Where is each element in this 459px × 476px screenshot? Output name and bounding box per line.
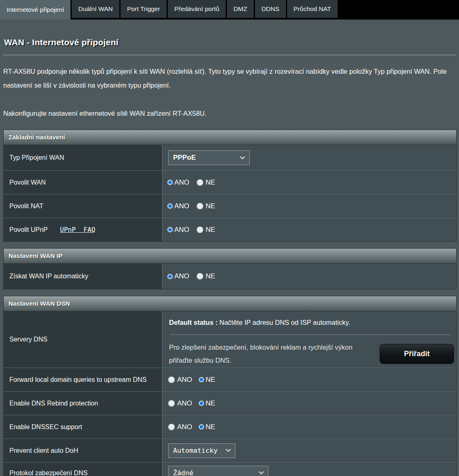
dns-privacy-select[interactable]: Žádné	[168, 466, 268, 476]
table-row: Servery DNS Default status : Načtěte IP …	[4, 311, 456, 368]
dns-cell-divider	[169, 335, 450, 335]
table-row: Získat WAN IP automaticky ANO NE	[4, 264, 456, 289]
enable-nat-radio-group: ANO NE	[168, 202, 222, 210]
dns-privacy-label: Protokol zabezpečení DNS	[4, 463, 163, 476]
enable-upnp-radio-group: ANO NE	[168, 226, 222, 234]
auto-wan-ip-radio-group: ANO NE	[168, 272, 222, 280]
enable-wan-yes-radio[interactable]	[168, 181, 172, 184]
dns-assign-hint-line1: Pro zlepšení zabezpečení, blokování rekl…	[169, 341, 380, 354]
wan-tab-bar: Internetové připojení Duální WAN Port Tr…	[0, 0, 459, 20]
auto-wan-ip-yes-radio[interactable]	[168, 275, 172, 278]
auto-wan-ip-no-radio[interactable]	[197, 273, 203, 280]
dns-default-status-prefix: Default status :	[169, 319, 217, 326]
table-row: Typ Připojení WAN PPPoE	[4, 145, 456, 170]
forward-local-dns-radio-group: ANO NE	[168, 376, 222, 384]
title-divider	[3, 55, 457, 55]
forward-local-dns-yes-radio[interactable]	[168, 377, 175, 383]
assign-dns-button[interactable]: Přiřadit	[380, 344, 454, 364]
dnssec-yes-radio[interactable]	[168, 424, 175, 430]
basic-settings-table: Základní nastavení Typ Připojení WAN PPP…	[3, 130, 457, 242]
table-row: Povolit UPnP UPnP FAQ ANO NE	[4, 218, 456, 241]
tab-internet-connection[interactable]: Internetové připojení	[0, 0, 70, 20]
radio-yes-label: ANO	[177, 376, 192, 384]
radio-yes-label: ANO	[174, 272, 189, 280]
tab-port-trigger[interactable]: Port Trigger	[121, 0, 167, 18]
doh-label: Prevent client auto DoH	[4, 439, 163, 462]
wan-ip-settings-table: Nastavení WAN IP Získat WAN IP automatic…	[3, 248, 457, 289]
radio-yes-label: ANO	[174, 226, 189, 234]
description-paragraph-2: Nakonfigurujte nastavení ethernetové sít…	[3, 106, 457, 120]
table-row: Protokol zabezpečení DNS Žádné	[4, 462, 456, 476]
enable-nat-yes-radio[interactable]	[168, 204, 172, 208]
radio-no-label: NE	[206, 202, 215, 210]
table-row: Enable DNSSEC support ANO NE	[4, 415, 456, 439]
table-row: Forward local domain queries to upstream…	[4, 368, 456, 391]
wan-ip-settings-header: Nastavení WAN IP	[4, 249, 456, 264]
dns-servers-label: Servery DNS	[4, 311, 163, 368]
basic-settings-header: Základní nastavení	[4, 130, 456, 145]
radio-yes-label: ANO	[177, 423, 192, 431]
radio-yes-label: ANO	[174, 178, 189, 187]
radio-no-label: NE	[206, 399, 215, 408]
doh-selected-value: Automaticky	[173, 447, 217, 454]
radio-no-label: NE	[206, 178, 215, 187]
description-paragraph-1: RT-AX58U podporuje několik typů připojen…	[3, 64, 457, 92]
dns-rebind-yes-radio[interactable]	[168, 400, 175, 407]
radio-no-label: NE	[206, 376, 215, 384]
page-title: WAN - Internetové připojení	[4, 37, 457, 47]
dns-privacy-selected-value: Žádné	[173, 469, 193, 476]
page-description: RT-AX58U podporuje několik typů připojen…	[3, 64, 457, 120]
radio-yes-label: ANO	[174, 202, 189, 210]
dns-rebind-label: Enable DNS Rebind protection	[4, 392, 163, 415]
table-row: Povolit WAN ANO NE	[4, 170, 456, 194]
enable-nat-label: Povolit NAT	[4, 194, 163, 218]
forward-local-dns-label: Forward local domain queries to upstream…	[4, 368, 163, 391]
dnssec-radio-group: ANO NE	[168, 423, 222, 431]
dns-default-status: Default status : Načtěte IP adresu DNS o…	[169, 319, 456, 326]
enable-upnp-yes-radio[interactable]	[168, 228, 172, 231]
chevron-down-icon	[259, 469, 264, 474]
radio-yes-label: ANO	[177, 399, 192, 408]
dns-assign-hint-line2: přiřaďte službu DNS.	[169, 354, 380, 367]
wan-type-select[interactable]: PPPoE	[168, 150, 250, 165]
wan-dns-settings-table: Nastavení WAN DSN Servery DNS Default st…	[3, 296, 457, 476]
doh-select[interactable]: Automaticky	[168, 443, 235, 458]
enable-upnp-label: Povolit UPnP	[9, 226, 48, 234]
wan-type-selected-value: PPPoE	[173, 154, 196, 162]
table-row: Prevent client auto DoH Automaticky	[4, 439, 456, 462]
enable-wan-radio-group: ANO NE	[168, 178, 222, 187]
wan-type-label: Typ Připojení WAN	[4, 145, 163, 170]
tab-ddns[interactable]: DDNS	[255, 0, 286, 18]
enable-wan-no-radio[interactable]	[197, 179, 203, 186]
table-row: Enable DNS Rebind protection ANO NE	[4, 391, 456, 415]
tab-dmz[interactable]: DMZ	[227, 0, 254, 18]
table-row: Povolit NAT ANO NE	[4, 194, 456, 218]
chevron-down-icon	[240, 154, 245, 159]
dns-default-status-text: Načtěte IP adresu DNS od ISP automaticky…	[217, 319, 350, 326]
radio-no-label: NE	[206, 226, 215, 234]
auto-wan-ip-label: Získat WAN IP automaticky	[4, 264, 163, 289]
enable-nat-no-radio[interactable]	[197, 203, 203, 209]
radio-no-label: NE	[206, 423, 215, 431]
radio-no-label: NE	[206, 272, 215, 280]
upnp-faq-link[interactable]: UPnP FAQ	[60, 226, 95, 234]
wan-dns-settings-header: Nastavení WAN DSN	[4, 296, 456, 311]
dns-rebind-no-radio[interactable]	[200, 401, 203, 405]
dns-rebind-radio-group: ANO NE	[168, 399, 222, 408]
enable-wan-label: Povolit WAN	[4, 171, 163, 194]
tab-port-forwarding[interactable]: Předávání portů	[168, 0, 226, 18]
tab-dual-wan[interactable]: Duální WAN	[72, 0, 119, 18]
enable-upnp-no-radio[interactable]	[197, 227, 203, 233]
dns-assign-hint: Pro zlepšení zabezpečení, blokování rekl…	[169, 341, 380, 367]
chevron-down-icon	[226, 447, 231, 452]
tab-nat-passthrough[interactable]: Průchod NAT	[287, 0, 338, 18]
forward-local-dns-no-radio[interactable]	[200, 378, 203, 381]
dnssec-label: Enable DNSSEC support	[4, 415, 163, 439]
dnssec-no-radio[interactable]	[200, 425, 203, 429]
